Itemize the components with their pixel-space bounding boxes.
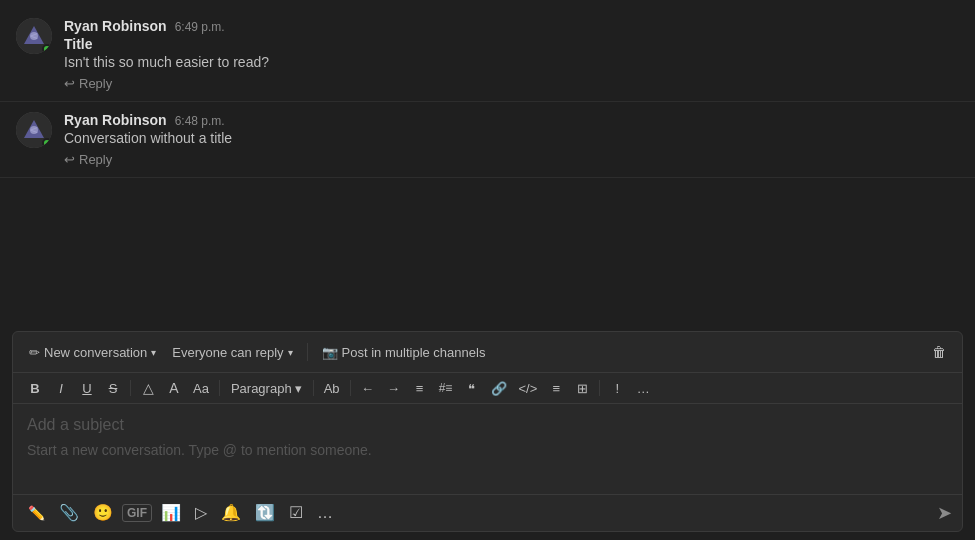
format-toggle-button[interactable]: ✏️ [23, 502, 50, 524]
message-content: Ryan Robinson 6:49 p.m. Title Isn't this… [64, 18, 959, 91]
emoji-button[interactable]: 🙂 [88, 501, 118, 525]
reply-icon: ↩ [64, 152, 75, 167]
table-button[interactable]: ⊞ [570, 378, 594, 399]
important-button[interactable]: ! [605, 378, 629, 399]
video-button[interactable]: 🔃 [250, 501, 280, 525]
italic-button[interactable]: I [49, 378, 73, 399]
more-actions-button[interactable]: … [312, 501, 338, 525]
message-content: Ryan Robinson 6:48 p.m. Conversation wit… [64, 112, 959, 167]
format-bar: B I U S △ A Aa Paragraph ▾ Ab ← → ≡ #≡ ❝… [13, 373, 962, 404]
font-color-button[interactable]: △ [136, 377, 160, 399]
everyone-can-reply-button[interactable]: Everyone can reply ▾ [166, 341, 298, 364]
everyone-can-reply-chevron-icon: ▾ [288, 347, 293, 358]
svg-text:<: < [30, 122, 38, 137]
everyone-can-reply-label: Everyone can reply [172, 345, 283, 360]
svg-text:<: < [30, 28, 38, 43]
font-size-button[interactable]: Aa [188, 378, 214, 399]
paragraph-label: Paragraph [231, 381, 292, 396]
editor-subject-placeholder[interactable]: Add a subject [27, 416, 948, 434]
strikethrough-button[interactable]: S [101, 378, 125, 399]
gif-button[interactable]: GIF [122, 504, 152, 522]
forms-button[interactable]: ☑ [284, 501, 308, 525]
composer-editor[interactable]: Add a subject Start a new conversation. … [13, 404, 962, 494]
post-in-multiple-channels-button[interactable]: 📷 Post in multiple channels [316, 341, 492, 364]
avatar-status-indicator [42, 44, 52, 54]
align-left-button[interactable]: ← [356, 378, 380, 399]
message-text: Conversation without a title [64, 130, 959, 146]
new-conversation-chevron-icon: ▾ [151, 347, 156, 358]
format-separator [313, 380, 314, 396]
post-in-multiple-channels-icon: 📷 [322, 345, 338, 360]
message-time: 6:49 p.m. [175, 20, 225, 34]
reply-button[interactable]: ↩ Reply [64, 76, 959, 91]
reply-label: Reply [79, 76, 112, 91]
message-block: < Ryan Robinson 6:49 p.m. Title Isn't th… [0, 8, 975, 102]
format-separator [350, 380, 351, 396]
reply-icon: ↩ [64, 76, 75, 91]
send-button[interactable]: ➤ [937, 502, 952, 524]
reply-label: Reply [79, 152, 112, 167]
format-separator [599, 380, 600, 396]
praise-button[interactable]: 📊 [156, 501, 186, 525]
reply-button[interactable]: ↩ Reply [64, 152, 959, 167]
avatar: < [16, 18, 52, 54]
composer-bottom-bar: ✏️ 📎 🙂 GIF 📊 ▷ 🔔 🔃 ☑ … ➤ [13, 494, 962, 531]
avatar-status-indicator [42, 138, 52, 148]
new-conversation-button[interactable]: ✏ New conversation ▾ [23, 341, 162, 364]
message-title: Title [64, 36, 959, 52]
message-block: < Ryan Robinson 6:48 p.m. Conversation w… [0, 102, 975, 178]
send-schedule-button[interactable]: ▷ [190, 501, 212, 525]
format-painter-button[interactable]: Ab [319, 378, 345, 399]
message-time: 6:48 p.m. [175, 114, 225, 128]
align-right-button[interactable]: → [382, 378, 406, 399]
link-button[interactable]: 🔗 [486, 378, 512, 399]
editor-body-placeholder[interactable]: Start a new conversation. Type @ to ment… [27, 442, 948, 458]
align-justify-button[interactable]: ≡ [544, 378, 568, 399]
format-separator [219, 380, 220, 396]
message-author: Ryan Robinson [64, 18, 167, 34]
composer: ✏ New conversation ▾ Everyone can reply … [12, 331, 963, 532]
new-conversation-icon: ✏ [29, 345, 40, 360]
loop-button[interactable]: 🔔 [216, 501, 246, 525]
underline-button[interactable]: U [75, 378, 99, 399]
composer-toolbar-top: ✏ New conversation ▾ Everyone can reply … [13, 332, 962, 373]
send-icon: ➤ [937, 503, 952, 523]
attach-button[interactable]: 📎 [54, 501, 84, 525]
message-text: Isn't this so much easier to read? [64, 54, 959, 70]
bold-button[interactable]: B [23, 378, 47, 399]
message-header: Ryan Robinson 6:48 p.m. [64, 112, 959, 128]
more-format-button[interactable]: … [631, 378, 655, 399]
format-separator [130, 380, 131, 396]
highlight-button[interactable]: A [162, 377, 186, 399]
blockquote-button[interactable]: ❝ [460, 378, 484, 399]
toolbar-separator [307, 343, 308, 361]
conversations-area: < Ryan Robinson 6:49 p.m. Title Isn't th… [0, 0, 975, 323]
delete-button[interactable]: 🗑 [926, 340, 952, 364]
bullet-list-button[interactable]: ≡ [408, 378, 432, 399]
paragraph-chevron-icon: ▾ [295, 381, 302, 396]
paragraph-select[interactable]: Paragraph ▾ [225, 379, 308, 398]
new-conversation-label: New conversation [44, 345, 147, 360]
post-in-multiple-channels-label: Post in multiple channels [342, 345, 486, 360]
code-button[interactable]: </> [514, 378, 543, 399]
trash-icon: 🗑 [932, 344, 946, 360]
message-author: Ryan Robinson [64, 112, 167, 128]
message-header: Ryan Robinson 6:49 p.m. [64, 18, 959, 34]
numbered-list-button[interactable]: #≡ [434, 378, 458, 398]
avatar: < [16, 112, 52, 148]
